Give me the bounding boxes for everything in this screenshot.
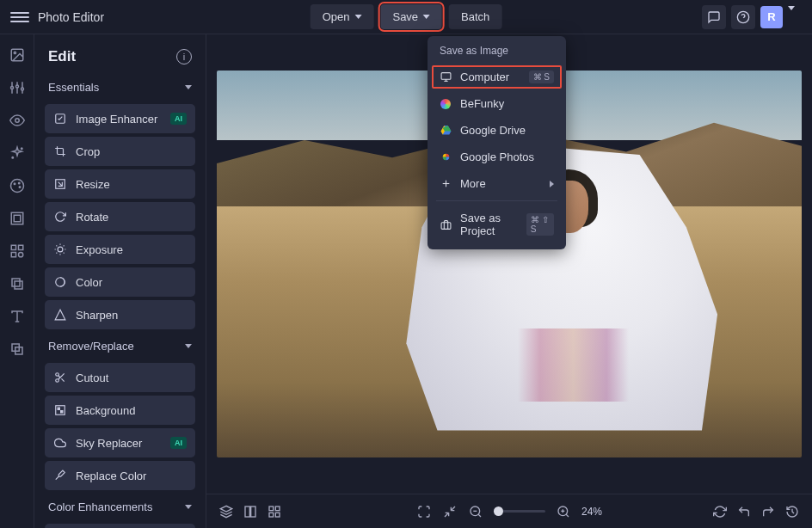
svg-point-34 <box>58 247 63 252</box>
undo-icon[interactable] <box>736 504 752 519</box>
hamburger-menu-button[interactable] <box>10 8 29 27</box>
svg-rect-57 <box>441 73 451 80</box>
chevron-down-icon[interactable] <box>788 10 802 24</box>
svg-rect-62 <box>441 222 451 229</box>
svg-point-14 <box>21 148 22 150</box>
palette-icon[interactable] <box>9 177 26 194</box>
svg-rect-21 <box>14 215 21 222</box>
layers-icon[interactable] <box>9 341 26 358</box>
dropdown-item-google-drive[interactable]: Google Drive <box>428 117 566 144</box>
app-title: Photo Editor <box>38 10 104 24</box>
zoom-in-icon[interactable] <box>556 504 571 519</box>
svg-line-74 <box>566 514 569 517</box>
svg-point-10 <box>10 87 13 89</box>
sparkle-icon[interactable] <box>9 144 26 162</box>
dropdown-item-save-project[interactable]: Save as Project ⌘ ⇧ S <box>428 205 566 244</box>
svg-point-44 <box>56 373 59 377</box>
text-icon[interactable] <box>9 308 26 325</box>
svg-line-38 <box>64 253 65 254</box>
svg-point-12 <box>21 88 23 90</box>
tool-cutout[interactable]: Cutout <box>45 363 195 392</box>
history-icon[interactable] <box>784 504 800 519</box>
svg-point-17 <box>14 183 15 185</box>
svg-point-16 <box>10 180 23 193</box>
adjust-icon[interactable] <box>9 79 26 96</box>
tool-image-enhancer[interactable]: Image EnhancerAI <box>45 104 195 133</box>
section-essentials[interactable]: Essentials <box>34 74 206 101</box>
user-avatar[interactable]: R <box>760 6 783 28</box>
svg-rect-67 <box>275 507 280 511</box>
bottombar-left <box>218 504 282 519</box>
layers-icon[interactable] <box>218 504 234 519</box>
image-icon[interactable] <box>9 46 26 64</box>
svg-rect-69 <box>275 513 280 517</box>
dropdown-item-google-photos[interactable]: Google Photos <box>428 144 566 170</box>
save-button[interactable]: Save <box>380 4 442 29</box>
svg-point-18 <box>18 182 20 184</box>
frame-icon[interactable] <box>9 210 26 227</box>
overlay-icon[interactable] <box>9 275 26 292</box>
redo-icon[interactable] <box>760 504 776 519</box>
monitor-icon <box>440 71 452 83</box>
briefcase-icon <box>440 218 452 230</box>
ai-badge: AI <box>170 437 187 449</box>
sky-icon <box>53 436 67 450</box>
svg-rect-65 <box>251 507 255 517</box>
grid-icon[interactable] <box>267 504 282 519</box>
tool-beautify[interactable]: Beautify <box>45 524 195 528</box>
chevron-down-icon <box>185 344 192 348</box>
batch-button[interactable]: Batch <box>449 4 501 29</box>
svg-line-48 <box>58 376 60 378</box>
dropdown-item-more[interactable]: More <box>428 170 566 197</box>
svg-point-11 <box>15 85 18 88</box>
svg-rect-68 <box>269 513 274 517</box>
tool-rotate[interactable]: Rotate <box>45 202 195 231</box>
svg-rect-50 <box>58 408 59 409</box>
tool-background[interactable]: Background <box>45 396 195 425</box>
help-icon[interactable] <box>731 5 755 29</box>
svg-line-71 <box>478 514 481 517</box>
fullscreen-icon[interactable] <box>416 504 432 519</box>
tool-exposure[interactable]: Exposure <box>45 235 195 264</box>
svg-marker-63 <box>220 506 231 512</box>
dropdown-item-befunky[interactable]: BeFunky <box>428 90 566 117</box>
cutout-icon <box>53 371 67 384</box>
zoom-slider[interactable] <box>494 510 545 513</box>
eye-icon[interactable] <box>9 112 26 129</box>
svg-line-42 <box>64 245 65 246</box>
tool-replace-color[interactable]: Replace Color <box>45 461 195 490</box>
tool-sharpen[interactable]: Sharpen <box>45 300 195 329</box>
svg-line-41 <box>56 253 57 254</box>
compare-icon[interactable] <box>243 504 258 519</box>
refresh-icon[interactable] <box>712 504 728 519</box>
bottombar-right <box>712 504 800 519</box>
svg-line-37 <box>56 245 57 246</box>
dropdown-item-computer[interactable]: Computer ⌘ S <box>430 64 563 90</box>
open-button[interactable]: Open <box>311 4 374 29</box>
rotate-icon <box>53 210 67 224</box>
tool-color[interactable]: Color <box>45 267 195 297</box>
zoom-out-icon[interactable] <box>468 504 483 519</box>
save-dropdown: Save as Image Computer ⌘ S BeFunky Googl… <box>428 36 566 249</box>
svg-rect-64 <box>245 507 249 517</box>
befunky-icon <box>440 98 452 110</box>
svg-rect-24 <box>11 253 15 257</box>
comment-icon[interactable] <box>702 5 726 29</box>
tool-resize[interactable]: Resize <box>45 169 195 199</box>
section-color-enhancements[interactable]: Color Enhancements <box>34 494 206 520</box>
svg-line-47 <box>61 378 64 381</box>
tool-crop[interactable]: Crop <box>45 137 195 166</box>
chevron-down-icon <box>423 15 430 19</box>
enhancer-icon <box>53 112 67 126</box>
section-remove-replace[interactable]: Remove/Replace <box>34 333 206 359</box>
panel-header: Edit i <box>34 34 206 74</box>
fit-icon[interactable] <box>442 504 458 519</box>
tool-sky-replacer[interactable]: Sky ReplacerAI <box>45 428 195 457</box>
dropdown-header: Save as Image <box>428 36 566 64</box>
info-icon[interactable]: i <box>176 49 192 64</box>
plus-icon <box>440 178 452 190</box>
zoom-slider-handle[interactable] <box>494 507 503 516</box>
google-photos-icon <box>440 151 452 163</box>
shapes-icon[interactable] <box>9 243 26 260</box>
svg-rect-22 <box>11 245 15 249</box>
